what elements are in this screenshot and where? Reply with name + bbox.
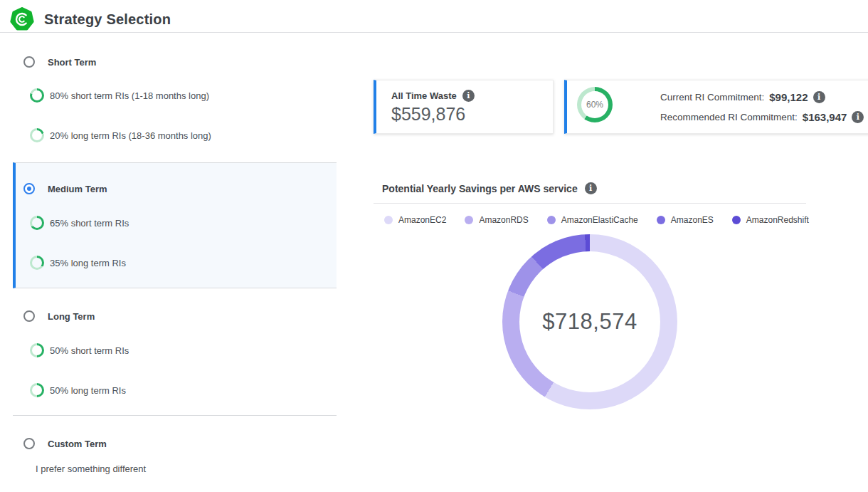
percent-ring-icon (30, 256, 44, 270)
commitment-percent-label: 60% (586, 100, 603, 110)
savings-donut-chart[interactable]: $718,574 (502, 234, 677, 409)
strategy-section-custom-term: Custom Term I prefer something different (13, 415, 337, 492)
percent-ring-icon (30, 88, 44, 103)
sub-item-label: 20% long term RIs (18-36 months long) (50, 130, 211, 141)
sub-item-label: 50% short term RIs (50, 345, 129, 356)
recommended-ri-commitment-row: Recommended RI Commitment: $163,947 i (660, 111, 864, 123)
section-label: Short Term (48, 57, 96, 68)
strategy-sub-item: 20% long term RIs (18-36 months long) (30, 128, 211, 142)
legend-label: AmazonEC2 (398, 215, 446, 225)
radio-icon[interactable] (23, 438, 35, 449)
legend-label: AmazonRedshift (746, 215, 809, 225)
strategy-sub-item: 80% short term RIs (1-18 months long) (30, 88, 209, 103)
legend-dot-icon (547, 216, 556, 224)
current-ri-commitment-row: Current RI Commitment: $99,122 i (660, 91, 864, 103)
radio-medium-term[interactable]: Medium Term (23, 183, 107, 194)
app-header: Strategy Selection (10, 7, 171, 31)
legend-label: AmazonES (671, 215, 714, 225)
radio-short-term[interactable]: Short Term (23, 56, 96, 68)
legend-item-amazonrds[interactable]: AmazonRDS (465, 215, 528, 225)
legend-dot-icon (657, 216, 665, 224)
waste-card-value: $559,876 (391, 104, 465, 125)
strategy-section-short-term: Short Term 80% short term RIs (1-18 mont… (13, 43, 337, 162)
section-label: Custom Term (48, 439, 107, 449)
waste-card-label: All Time Waste (391, 90, 457, 101)
donut-center-total: $718,574 (542, 309, 637, 335)
radio-custom-term[interactable]: Custom Term (23, 438, 107, 449)
strategy-sub-item: 50% long term RIs (30, 383, 126, 397)
chart-title: Potential Yearly Savings per AWS service (382, 183, 578, 194)
legend-dot-icon (732, 216, 741, 224)
app-logo-icon (10, 7, 34, 31)
sub-item-label: 80% short term RIs (1-18 months long) (50, 90, 209, 101)
page-title: Strategy Selection (44, 11, 171, 28)
ri-commitment-card: 60% Current RI Commitment: $99,122 i Rec… (564, 80, 868, 134)
legend-label: AmazonRDS (479, 215, 528, 225)
header-divider (0, 32, 868, 33)
strategy-section-long-term: Long Term 50% short term RIs 50% long te… (13, 288, 337, 415)
chart-divider (374, 203, 806, 204)
legend-dot-icon (465, 216, 473, 224)
strategy-sub-item: 50% short term RIs (30, 343, 129, 357)
legend-item-amazonredshift[interactable]: AmazonRedshift (732, 215, 809, 225)
info-icon[interactable]: i (462, 90, 475, 102)
legend-label: AmazonElastiCache (561, 215, 638, 225)
radio-long-term[interactable]: Long Term (23, 310, 95, 322)
strategy-sub-item: 65% short term RIs (30, 216, 129, 230)
current-ri-label: Current RI Commitment: (660, 92, 764, 103)
strategy-sub-item: 35% long term RIs (30, 256, 126, 270)
current-ri-value: $99,122 (769, 91, 808, 103)
strategy-section-medium-term-selected: Medium Term 65% short term RIs 35% long … (13, 162, 337, 288)
custom-term-note: I prefer something different (36, 464, 146, 474)
percent-ring-icon (30, 128, 44, 142)
section-label: Medium Term (48, 184, 107, 194)
percent-ring-icon (30, 343, 44, 357)
sub-item-label: 65% short term RIs (50, 218, 129, 229)
percent-ring-icon (30, 383, 44, 397)
percent-ring-icon (30, 216, 44, 230)
info-icon[interactable]: i (585, 182, 597, 194)
info-icon[interactable]: i (852, 111, 864, 123)
chart-legend: AmazonEC2 AmazonRDS AmazonElastiCache Am… (384, 215, 809, 225)
radio-icon[interactable] (23, 310, 35, 322)
recommended-ri-label: Recommended RI Commitment: (660, 112, 798, 122)
potential-savings-chart: Potential Yearly Savings per AWS service… (374, 174, 806, 492)
all-time-waste-card: All Time Waste i $559,876 (374, 80, 554, 134)
legend-item-amazonelasticache[interactable]: AmazonElastiCache (547, 215, 638, 225)
info-icon[interactable]: i (813, 91, 825, 103)
legend-item-amazones[interactable]: AmazonES (657, 215, 714, 225)
radio-icon-selected[interactable] (23, 183, 35, 194)
sub-item-label: 35% long term RIs (50, 258, 126, 268)
sub-item-label: 50% long term RIs (50, 385, 126, 396)
legend-dot-icon (384, 216, 393, 224)
legend-item-amazonec2[interactable]: AmazonEC2 (384, 215, 446, 225)
section-label: Long Term (48, 311, 95, 322)
commitment-percent-ring: 60% (577, 87, 613, 122)
radio-icon[interactable] (23, 56, 35, 68)
recommended-ri-value: $163,947 (803, 111, 847, 123)
